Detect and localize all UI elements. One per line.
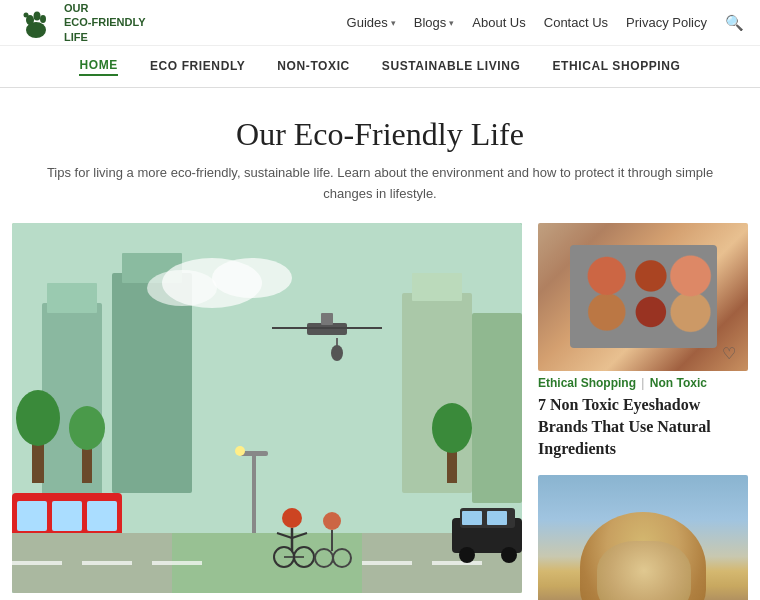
svg-rect-57 (252, 453, 256, 533)
logo[interactable]: OUR ECO-FRIENDLY LIFE (16, 1, 146, 44)
nav-privacy[interactable]: Privacy Policy (626, 15, 707, 30)
nav-contact[interactable]: Contact Us (544, 15, 608, 30)
feature-svg (12, 223, 522, 593)
svg-point-56 (501, 547, 517, 563)
nav-about[interactable]: About Us (472, 15, 525, 30)
svg-rect-32 (432, 561, 482, 565)
nav-ethical[interactable]: ETHICAL SHOPPING (552, 59, 680, 75)
svg-rect-31 (362, 561, 412, 565)
svg-point-3 (40, 15, 46, 23)
sidebar-card-dog: Eco Friendly Is Biothane Eco Friendly: Y… (538, 475, 748, 600)
nav-sustainable[interactable]: SUSTAINABLE LIVING (382, 59, 521, 75)
sidebar-card-eyeshadow: Ethical Shopping | Non Toxic 7 Non Toxic… (538, 223, 748, 461)
svg-rect-29 (82, 561, 132, 565)
logo-icon (16, 2, 56, 42)
nav-non-toxic[interactable]: NON-TOXIC (277, 59, 350, 75)
svg-point-40 (323, 512, 341, 530)
svg-point-55 (459, 547, 475, 563)
secondary-nav: HOME ECO FRIENDLY NON-TOXIC SUSTAINABLE … (0, 46, 760, 88)
svg-point-17 (16, 390, 60, 446)
dog-image (538, 475, 748, 600)
svg-point-4 (24, 13, 29, 18)
svg-rect-28 (12, 561, 62, 565)
sidebar-right: Ethical Shopping | Non Toxic 7 Non Toxic… (538, 223, 748, 600)
svg-point-14 (212, 258, 292, 298)
svg-rect-21 (17, 501, 47, 531)
tag-separator: | (641, 376, 644, 390)
search-icon[interactable]: 🔍 (725, 14, 744, 32)
nav-guides[interactable]: Guides ▾ (347, 15, 396, 30)
svg-rect-12 (472, 313, 522, 503)
svg-rect-8 (112, 273, 192, 493)
svg-rect-7 (47, 283, 97, 313)
eyeshadow-tags: Ethical Shopping | Non Toxic (538, 376, 748, 390)
feature-image (12, 223, 522, 593)
hero-subtitle: Tips for living a more eco-friendly, sus… (0, 163, 760, 223)
svg-point-50 (432, 403, 472, 453)
feature-main: Eco Friendly Eco-Friendly Commuting: Alt… (12, 223, 522, 600)
svg-point-59 (235, 446, 245, 456)
svg-point-15 (147, 270, 217, 306)
tag-ethical-shopping[interactable]: Ethical Shopping (538, 376, 636, 390)
svg-rect-22 (52, 501, 82, 531)
chevron-icon: ▾ (391, 18, 396, 28)
page-title: Our Eco-Friendly Life (0, 88, 760, 163)
svg-rect-10 (402, 293, 472, 493)
eyeshadow-title: 7 Non Toxic Eyeshadow Brands That Use Na… (538, 394, 748, 461)
hero-section: Our Eco-Friendly Life Tips for living a … (0, 88, 760, 223)
svg-rect-45 (321, 313, 333, 325)
content-area: Eco Friendly Eco-Friendly Commuting: Alt… (0, 223, 760, 600)
svg-rect-23 (87, 501, 117, 531)
top-nav: OUR ECO-FRIENDLY LIFE Guides ▾ Blogs ▾ A… (0, 0, 760, 46)
nav-home[interactable]: HOME (79, 58, 117, 76)
svg-rect-54 (487, 511, 507, 525)
tag-non-toxic[interactable]: Non Toxic (650, 376, 707, 390)
svg-point-48 (331, 345, 343, 361)
nav-eco-friendly[interactable]: ECO FRIENDLY (150, 59, 245, 75)
svg-point-19 (69, 406, 105, 450)
logo-text: OUR ECO-FRIENDLY LIFE (64, 1, 146, 44)
svg-rect-11 (412, 273, 462, 301)
svg-rect-30 (152, 561, 202, 565)
svg-point-33 (282, 508, 302, 528)
svg-rect-53 (462, 511, 482, 525)
eyeshadow-image (538, 223, 748, 371)
svg-point-2 (34, 12, 41, 21)
chevron-icon: ▾ (449, 18, 454, 28)
nav-blogs[interactable]: Blogs ▾ (414, 15, 455, 30)
